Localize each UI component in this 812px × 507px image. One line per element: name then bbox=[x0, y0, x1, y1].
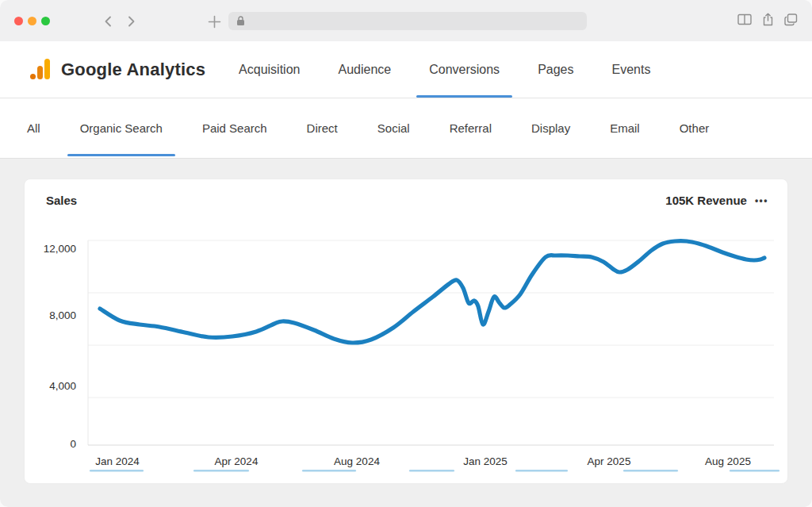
channel-tab-other[interactable]: Other bbox=[667, 98, 722, 158]
channel-tab-display[interactable]: Display bbox=[519, 98, 583, 158]
address-bar[interactable] bbox=[228, 12, 587, 30]
y-axis-tick-label: 8,000 bbox=[49, 309, 76, 321]
channel-tab-referral[interactable]: Referral bbox=[437, 98, 504, 158]
channel-tab-paid-search[interactable]: Paid Search bbox=[190, 98, 280, 158]
x-axis-tick-label: Jan 2024 bbox=[95, 455, 140, 467]
x-axis-tick-mark bbox=[302, 470, 356, 472]
forward-button[interactable] bbox=[123, 13, 139, 29]
main-nav-items: AcquisitionAudienceConversionsPagesEvent… bbox=[220, 41, 669, 98]
channel-tab-direct[interactable]: Direct bbox=[294, 98, 350, 158]
x-axis-tick-mark bbox=[90, 470, 144, 472]
tab-overview-icon[interactable] bbox=[784, 13, 798, 26]
browser-toolbar bbox=[0, 0, 812, 42]
x-axis-tick-mark bbox=[409, 470, 454, 472]
reading-list-icon[interactable] bbox=[737, 13, 752, 25]
main-nav-tab-pages[interactable]: Pages bbox=[525, 41, 586, 98]
channel-tab-organic-search[interactable]: Organic Search bbox=[67, 98, 175, 158]
channel-tab-email[interactable]: Email bbox=[597, 98, 653, 158]
sales-line-chart: 12,0008,0004,0000Jan 2024Apr 2024Aug 202… bbox=[25, 179, 789, 485]
content-area: Sales 105K Revenue ••• 12,0008,0004,0000… bbox=[0, 159, 812, 507]
y-axis-tick-label: 4,000 bbox=[49, 380, 76, 392]
channel-tab-all[interactable]: All bbox=[14, 98, 53, 158]
new-tab-button[interactable] bbox=[206, 13, 222, 29]
x-axis-tick-label: Aug 2024 bbox=[334, 455, 380, 467]
y-axis-tick-label: 0 bbox=[70, 438, 76, 450]
kpi-revenue: 105K Revenue bbox=[665, 194, 747, 207]
card-title: Sales bbox=[46, 194, 77, 207]
x-axis-tick-mark bbox=[730, 470, 779, 472]
main-nav-tab-conversions[interactable]: Conversions bbox=[416, 41, 512, 98]
share-icon[interactable] bbox=[762, 13, 774, 26]
card-menu-ellipsis-icon[interactable]: ••• bbox=[755, 195, 768, 206]
browser-window: Google Analytics AcquisitionAudienceConv… bbox=[0, 0, 812, 507]
channel-nav: AllOrganic SearchPaid SearchDirectSocial… bbox=[0, 98, 812, 159]
back-button[interactable] bbox=[101, 13, 117, 29]
x-axis-tick-mark bbox=[193, 470, 249, 472]
y-axis-tick-label: 12,000 bbox=[44, 243, 76, 255]
x-axis-tick-label: Apr 2025 bbox=[588, 455, 631, 467]
brand[interactable]: Google Analytics bbox=[30, 59, 205, 80]
main-nav: Google Analytics AcquisitionAudienceConv… bbox=[0, 41, 812, 98]
x-axis-tick-label: Apr 2024 bbox=[215, 455, 259, 467]
revenue-line-series bbox=[100, 241, 764, 343]
close-window-button[interactable] bbox=[14, 17, 23, 25]
sales-chart-card: Sales 105K Revenue ••• 12,0008,0004,0000… bbox=[24, 179, 788, 484]
card-header: Sales 105K Revenue ••• bbox=[46, 194, 768, 207]
main-nav-tab-events[interactable]: Events bbox=[599, 41, 664, 98]
google-analytics-logo-icon bbox=[30, 59, 51, 80]
zoom-window-button[interactable] bbox=[41, 17, 50, 25]
brand-name: Google Analytics bbox=[61, 60, 205, 80]
x-axis-tick-mark bbox=[515, 470, 568, 472]
minimize-window-button[interactable] bbox=[28, 17, 36, 25]
main-nav-tab-audience[interactable]: Audience bbox=[325, 41, 404, 98]
lock-icon bbox=[236, 16, 245, 26]
main-nav-tab-acquisition[interactable]: Acquisition bbox=[226, 41, 312, 98]
x-axis-tick-mark bbox=[623, 470, 678, 472]
x-axis-tick-label: Jan 2025 bbox=[463, 455, 508, 467]
x-axis-tick-label: Aug 2025 bbox=[705, 455, 751, 467]
channel-tab-social[interactable]: Social bbox=[365, 98, 423, 158]
